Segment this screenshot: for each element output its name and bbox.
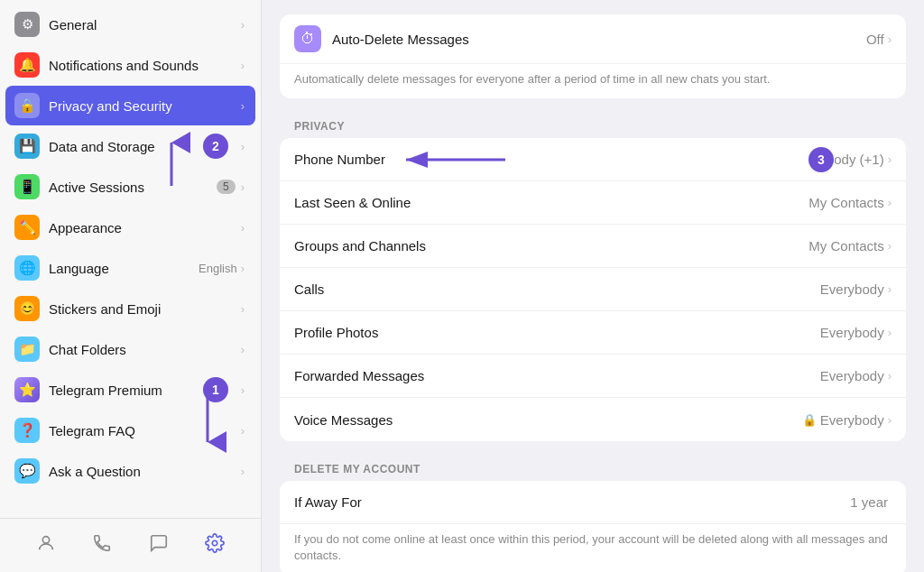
chevron-general: › <box>241 18 245 32</box>
sidebar-item-sessions[interactable]: 📱 Active Sessions 5 › <box>5 167 255 207</box>
lastseen-chevron: › <box>888 196 892 209</box>
forwarded-value: Everybody <box>820 368 884 383</box>
svg-point-1 <box>212 540 217 546</box>
bottom-phone-icon[interactable] <box>85 526 119 566</box>
chevron-data: › <box>241 140 245 153</box>
chevron-folders: › <box>241 343 245 356</box>
sidebar-bottom-bar <box>0 518 261 572</box>
voice-label: Voice Messages <box>294 412 802 428</box>
phone-number-row[interactable]: Phone Number 3 Nobody (+1) › <box>280 138 906 181</box>
sessions-icon: 📱 <box>14 174 40 199</box>
sidebar-item-stickers[interactable]: 😊 Stickers and Emoji › <box>5 289 255 328</box>
forwarded-chevron: › <box>888 369 892 383</box>
folders-icon: 📁 <box>14 337 40 362</box>
delete-section-label: DELETE MY ACCOUNT <box>280 450 906 481</box>
autodelete-chevron: › <box>888 32 892 46</box>
sidebar-label-faq: Telegram FAQ <box>49 423 241 438</box>
lastseen-label: Last Seen & Online <box>294 195 808 210</box>
sidebar-list: ⚙ General › 🔔 Notifications and Sounds ›… <box>0 0 261 518</box>
autodelete-card: ⏱ Auto-Delete Messages Off › Automatical… <box>280 14 906 98</box>
photos-value: Everybody <box>820 325 884 340</box>
chevron-sessions: › <box>241 180 245 194</box>
forwarded-row[interactable]: Forwarded Messages Everybody › <box>280 355 906 398</box>
sidebar-item-folders[interactable]: 📁 Chat Folders › <box>5 329 255 369</box>
ifaway-value: 1 year <box>850 494 888 510</box>
autodelete-value: Off <box>866 32 884 47</box>
ifaway-label: If Away For <box>294 494 850 510</box>
askquestion-icon: 💬 <box>14 458 40 484</box>
privacy-card: Phone Number 3 Nobody (+1) › Last Seen &… <box>280 138 906 441</box>
calls-chevron: › <box>888 282 892 296</box>
voice-value: Everybody <box>820 412 884 428</box>
photos-label: Profile Photos <box>294 325 820 340</box>
photos-row[interactable]: Profile Photos Everybody › <box>280 311 906 355</box>
sidebar-label-folders: Chat Folders <box>49 342 241 357</box>
sidebar: ⚙ General › 🔔 Notifications and Sounds ›… <box>0 0 262 572</box>
autodelete-description: Automatically delete messages for everyo… <box>280 64 906 98</box>
sidebar-item-general[interactable]: ⚙ General › <box>5 5 255 44</box>
ifaway-row[interactable]: If Away For 1 year <box>280 481 906 524</box>
sidebar-label-stickers: Stickers and Emoji <box>49 301 241 317</box>
general-icon: ⚙ <box>14 12 40 37</box>
autodelete-row[interactable]: ⏱ Auto-Delete Messages Off › <box>280 14 906 64</box>
chevron-privacy: › <box>241 99 245 113</box>
voice-lock-icon: 🔒 <box>802 413 817 427</box>
chevron-faq: › <box>241 424 245 438</box>
premium-icon: ⭐ <box>14 377 40 402</box>
annotation-2: 2 <box>203 134 228 159</box>
privacy-section-label: PRIVACY <box>280 107 906 138</box>
bottom-gear-icon[interactable] <box>198 526 232 566</box>
groups-label: Groups and Channels <box>294 238 808 254</box>
chevron-stickers: › <box>241 302 245 316</box>
groups-value: My Contacts <box>808 238 883 254</box>
sidebar-label-general: General <box>49 17 241 32</box>
sidebar-item-data[interactable]: 💾 Data and Storage 2 › <box>5 126 255 166</box>
chevron-premium: › <box>241 383 245 397</box>
annotation-3: 3 <box>808 147 834 172</box>
faq-icon: ❓ <box>14 418 40 443</box>
annotation-1: 1 <box>203 377 228 402</box>
bottom-profile-icon[interactable] <box>29 526 63 566</box>
privacy-icon: 🔒 <box>14 93 40 118</box>
stickers-icon: 😊 <box>14 296 40 321</box>
autodelete-icon: ⏱ <box>294 25 321 52</box>
language-icon: 🌐 <box>14 255 40 281</box>
delete-card: If Away For 1 year If you do not come on… <box>280 481 906 572</box>
calls-row[interactable]: Calls Everybody › <box>280 268 906 311</box>
sidebar-item-language[interactable]: 🌐 Language English › <box>5 248 255 288</box>
autodelete-label: Auto-Delete Messages <box>332 32 866 47</box>
calls-value: Everybody <box>820 281 884 297</box>
lastseen-value: My Contacts <box>808 195 883 210</box>
bottom-chat-icon[interactable] <box>142 526 176 566</box>
forwarded-label: Forwarded Messages <box>294 368 820 383</box>
language-value: English <box>199 262 237 275</box>
sidebar-item-privacy[interactable]: 🔒 Privacy and Security › <box>5 86 255 125</box>
chevron-notifications: › <box>241 59 245 72</box>
sidebar-label-appearance: Appearance <box>49 220 241 235</box>
notifications-icon: 🔔 <box>14 52 40 78</box>
sidebar-label-askquestion: Ask a Question <box>49 464 241 479</box>
sidebar-item-notifications[interactable]: 🔔 Notifications and Sounds › <box>5 45 255 85</box>
voice-chevron: › <box>888 413 892 427</box>
main-content: ⏱ Auto-Delete Messages Off › Automatical… <box>262 0 924 572</box>
sidebar-label-privacy: Privacy and Security <box>49 98 241 114</box>
lastseen-row[interactable]: Last Seen & Online My Contacts › <box>280 181 906 225</box>
sidebar-item-appearance[interactable]: ✏️ Appearance › <box>5 208 255 247</box>
phone-chevron: › <box>888 152 892 166</box>
voice-row[interactable]: Voice Messages 🔒 Everybody › <box>280 398 906 441</box>
svg-point-0 <box>42 536 49 542</box>
chevron-askquestion: › <box>241 465 245 478</box>
groups-chevron: › <box>888 239 892 253</box>
sidebar-item-askquestion[interactable]: 💬 Ask a Question › <box>5 451 255 491</box>
chevron-appearance: › <box>241 221 245 235</box>
photos-chevron: › <box>888 326 892 339</box>
data-icon: 💾 <box>14 134 40 159</box>
ifaway-description: If you do not come online at least once … <box>280 524 906 572</box>
groups-row[interactable]: Groups and Channels My Contacts › <box>280 225 906 268</box>
sidebar-item-faq[interactable]: ❓ Telegram FAQ › <box>5 411 255 450</box>
sidebar-label-sessions: Active Sessions <box>49 180 217 195</box>
chevron-language: › <box>241 262 245 275</box>
calls-label: Calls <box>294 281 820 297</box>
appearance-icon: ✏️ <box>14 215 40 240</box>
sidebar-item-premium[interactable]: ⭐ Telegram Premium 1 › <box>5 370 255 410</box>
